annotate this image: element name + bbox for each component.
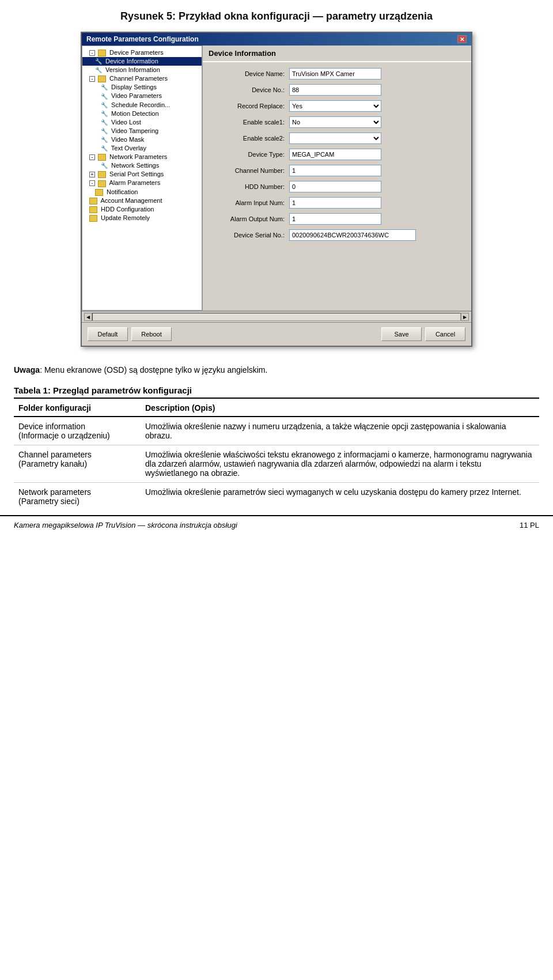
dialog-scroll: ◀ ▶ [82,311,471,322]
table-cell-desc-1: Umożliwia określenie nazwy i numeru urzą… [141,417,539,445]
dialog-window: Remote Parameters Configuration ✕ - Devi… [81,32,472,347]
folder-icon [98,154,106,161]
form-row-enable-scale2: Enable scale2: Yes No [209,133,465,144]
content-area: Device Name: Device No.: Record Replace:… [203,62,471,251]
collapse-alarm-parameters[interactable]: - [89,180,95,186]
footer-right-text: 11 PL [520,521,539,529]
item-icon: 🔧 [101,93,108,100]
tree-item-serial-port-settings[interactable]: + Serial Port Settings [82,170,202,179]
table-row: Channel parameters(Parametry kanału) Umo… [14,445,539,483]
form-row-alarm-input-num: Alarm Input Num: [209,197,465,209]
select-enable-scale2[interactable]: Yes No [289,133,381,144]
table-cell-folder-2: Channel parameters(Parametry kanału) [14,445,141,483]
tree-item-update-remotely[interactable]: Update Remotely [82,214,202,222]
folder-icon [98,75,106,82]
label-device-type: Device Type: [209,151,289,158]
collapse-device-parameters[interactable]: - [89,50,95,56]
scroll-left-arrow[interactable]: ◀ [84,313,92,321]
folder-icon [98,171,106,178]
table-cell-desc-2: Umożliwia określenie właściwości tekstu … [141,445,539,483]
uwaga-section: Uwaga: Menu ekranowe (OSD) są dostępne t… [0,357,553,381]
tree-item-notification[interactable]: Notification [82,188,202,196]
form-row-enable-scale1: Enable scale1: No Yes [209,116,465,128]
input-channel-number[interactable] [289,165,381,176]
table-cell-folder-3: Network parameters(Parametry sieci) [14,483,141,511]
label-device-serial-no: Device Serial No.: [209,232,289,239]
form-row-hdd-number: HDD Number: [209,181,465,192]
reboot-button[interactable]: Reboot [131,327,172,341]
input-device-no[interactable] [289,84,381,96]
tree-item-network-settings[interactable]: 🔧 Network Settings [82,161,202,170]
form-row-device-name: Device Name: [209,68,465,80]
select-enable-scale1[interactable]: No Yes [289,116,381,128]
tree-item-video-parameters[interactable]: 🔧 Video Parameters [82,92,202,100]
label-record-replace: Record Replace: [209,103,289,109]
item-icon: 🔧 [101,102,108,109]
uwaga-text: : Menu ekranowe (OSD) są dostępne tylko … [40,365,267,374]
tree-item-version-information[interactable]: 🔧 Version Information [82,66,202,74]
input-device-serial-no[interactable] [289,229,416,241]
collapse-channel-parameters[interactable]: - [89,76,95,82]
tree-item-account-management[interactable]: Account Management [82,196,202,205]
scrollbar-track[interactable] [92,313,461,321]
tree-panel[interactable]: - Device Parameters 🔧 Device Information… [82,46,203,311]
default-button[interactable]: Default [88,327,128,341]
dialog-footer-right: Save Cancel [381,327,465,341]
tree-item-text-overlay[interactable]: 🔧 Text Overlay [82,144,202,153]
input-device-name[interactable] [289,68,381,80]
label-device-no: Device No.: [209,86,289,93]
label-hdd-number: HDD Number: [209,183,289,190]
tree-item-motion-detection[interactable]: 🔧 Motion Detection [82,109,202,118]
dialog-title: Remote Parameters Configuration [86,35,199,43]
label-alarm-input-num: Alarm Input Num: [209,199,289,206]
table-cell-desc-3: Umożliwia określenie parametrów sieci wy… [141,483,539,511]
table-section: Tabela 1: Przegląd parametrów konfigurac… [0,381,553,515]
input-hdd-number[interactable] [289,181,381,192]
save-button[interactable]: Save [381,327,422,341]
collapse-network-parameters[interactable]: - [89,154,95,160]
collapse-serial-port-settings[interactable]: + [89,172,95,177]
table-title: Tabela 1: Przegląd parametrów konfigurac… [14,385,539,399]
form-row-device-no: Device No.: [209,84,465,96]
tree-item-video-tampering[interactable]: 🔧 Video Tampering [82,127,202,135]
table-cell-folder-1: Device information(Informacje o urządzen… [14,417,141,445]
config-table: Folder konfiguracji Description (Opis) D… [14,400,539,510]
tree-item-network-parameters[interactable]: - Network Parameters [82,153,202,161]
tree-item-channel-parameters[interactable]: - Channel Parameters [82,74,202,83]
tree-item-schedule-recording[interactable]: 🔧 Schedule Recordin... [82,101,202,109]
table-row: Device information(Informacje o urządzen… [14,417,539,445]
select-record-replace[interactable]: Yes No [289,100,381,112]
input-device-type[interactable] [289,149,381,160]
label-enable-scale2: Enable scale2: [209,135,289,142]
tree-item-video-lost[interactable]: 🔧 Video Lost [82,118,202,127]
content-panel: Device Information Device Name: Device N… [203,46,471,311]
item-icon: 🔧 [95,67,102,74]
scroll-right-arrow[interactable]: ▶ [461,313,469,321]
uwaga-bold: Uwaga [14,365,40,374]
folder-icon [89,198,97,205]
page-title: Rysunek 5: Przykład okna konfiguracji — … [0,0,553,29]
item-icon: 🔧 [101,84,108,91]
footer-left-text: Kamera megapikselowa IP TruVision — skró… [14,521,237,529]
dialog-close-button[interactable]: ✕ [457,35,467,43]
label-enable-scale1: Enable scale1: [209,119,289,126]
item-icon: 🔧 [95,58,102,65]
screenshot-container: Remote Parameters Configuration ✕ - Devi… [0,29,553,357]
dialog-body: - Device Parameters 🔧 Device Information… [82,46,471,311]
input-alarm-input-num[interactable] [289,197,381,209]
form-row-record-replace: Record Replace: Yes No [209,100,465,112]
page-footer: Kamera megapikselowa IP TruVision — skró… [0,515,553,534]
content-header: Device Information [203,46,471,62]
tree-item-alarm-parameters[interactable]: - Alarm Parameters [82,179,202,187]
tree-item-video-mask[interactable]: 🔧 Video Mask [82,135,202,144]
tree-item-device-information[interactable]: 🔧 Device Information [82,57,202,66]
tree-item-device-parameters[interactable]: - Device Parameters [82,48,202,57]
form-row-device-serial-no: Device Serial No.: [209,229,465,241]
item-icon: 🔧 [101,128,108,135]
cancel-button[interactable]: Cancel [425,327,465,341]
input-alarm-output-num[interactable] [289,213,381,225]
tree-item-hdd-configuration[interactable]: HDD Configuration [82,205,202,214]
tree-item-display-settings[interactable]: 🔧 Display Settings [82,83,202,92]
folder-icon [98,50,106,56]
form-row-device-type: Device Type: [209,149,465,160]
